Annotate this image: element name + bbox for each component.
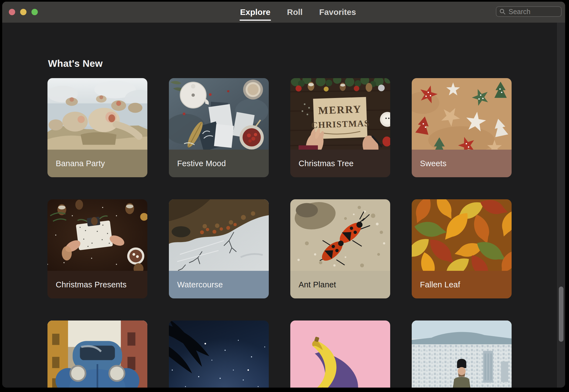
collection-card-banana-party[interactable]: Banana Party: [47, 78, 147, 177]
collection-card-ant-planet[interactable]: Ant Planet: [290, 199, 390, 298]
collection-card-christmas-tree[interactable]: MERRY CHRISTMAS Christmas: [290, 78, 390, 177]
collection-card-partial-4[interactable]: [412, 321, 512, 388]
icy-river-thumbnail: [169, 199, 269, 271]
merry-christmas-thumbnail: MERRY CHRISTMAS: [290, 78, 390, 150]
section-title: What's New: [48, 58, 103, 69]
close-button[interactable]: [9, 9, 15, 15]
card-title-bar: Sweets: [412, 150, 512, 177]
blue-vintage-car-thumbnail: [47, 321, 147, 388]
tab-favorites[interactable]: Favorites: [319, 6, 357, 18]
tab-roll[interactable]: Roll: [286, 6, 303, 18]
card-title-bar: Watercourse: [169, 271, 269, 298]
card-title-bar: Fallen Leaf: [412, 271, 512, 298]
card-title: Ant Planet: [299, 280, 336, 289]
card-title-bar: Christmas Presents: [47, 271, 147, 298]
search-field[interactable]: [496, 6, 562, 17]
magnifier-icon: [499, 8, 506, 15]
collection-card-festive-mood[interactable]: Festive Mood: [169, 78, 269, 177]
vertical-scrollbar-track[interactable]: [557, 23, 565, 388]
card-title: Fallen Leaf: [420, 280, 460, 289]
card-title: Christmas Tree: [299, 159, 353, 168]
collection-card-fallen-leaf[interactable]: Fallen Leaf: [412, 199, 512, 298]
card-title: Banana Party: [56, 159, 105, 168]
card-title-bar: Banana Party: [47, 150, 147, 177]
man-over-city-thumbnail: [412, 321, 512, 388]
minimize-button[interactable]: [20, 9, 26, 15]
app-window: Explore Roll Favorites What's New: [2, 2, 565, 388]
svg-text:CHRISTMAS: CHRISTMAS: [311, 118, 370, 130]
titlebar: Explore Roll Favorites: [2, 2, 565, 23]
vertical-scrollbar-thumb[interactable]: [559, 287, 563, 342]
card-title-bar: Christmas Tree: [290, 150, 390, 177]
collection-card-partial-1[interactable]: [47, 321, 147, 388]
christmas-cookies-thumbnail: [412, 78, 512, 150]
tab-bar: Explore Roll Favorites: [240, 2, 357, 23]
search-input[interactable]: [508, 7, 558, 16]
collection-card-partial-3[interactable]: [290, 321, 390, 388]
card-title: Sweets: [420, 159, 446, 168]
snow-monkeys-thumbnail: [47, 78, 147, 150]
screenshot-stage: Explore Roll Favorites What's New: [0, 0, 569, 392]
card-title-bar: Festive Mood: [169, 150, 269, 177]
night-sky-thumbnail: [169, 321, 269, 388]
card-title-bar: Ant Planet: [290, 271, 390, 298]
christmas-flatlay-thumbnail: [169, 78, 269, 150]
zoom-button[interactable]: [31, 9, 38, 15]
card-title: Festive Mood: [177, 159, 226, 168]
window-controls: [9, 9, 38, 15]
collection-card-christmas-presents[interactable]: Christmas Presents: [47, 199, 147, 298]
banana-on-pink-thumbnail: [290, 321, 390, 388]
svg-text:MERRY: MERRY: [318, 103, 362, 116]
autumn-leaves-thumbnail: [412, 199, 512, 271]
collection-card-partial-2[interactable]: [169, 321, 269, 388]
collection-card-sweets[interactable]: Sweets: [412, 78, 512, 177]
tab-explore[interactable]: Explore: [240, 6, 271, 18]
card-title: Christmas Presents: [56, 280, 127, 289]
collection-card-watercourse[interactable]: Watercourse: [169, 199, 269, 298]
explore-content: What's New: [2, 23, 565, 388]
red-bugs-thumbnail: [290, 199, 390, 271]
card-title: Watercourse: [177, 280, 223, 289]
gift-in-hands-thumbnail: [47, 199, 147, 271]
collections-grid: Banana Party: [47, 78, 512, 388]
